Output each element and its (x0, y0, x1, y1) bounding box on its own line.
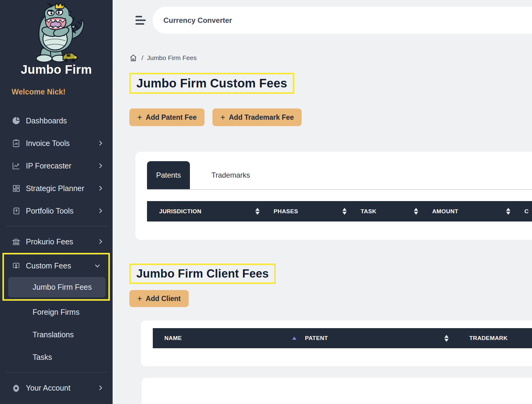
sidebar-item-ip-forecaster[interactable]: IP Forecaster (0, 154, 113, 177)
sidebar-subitem-foreign-firms[interactable]: Foreign Firms (0, 301, 113, 323)
line-chart-icon (12, 161, 21, 170)
breadcrumb: / Jumbo Firm Fees (129, 53, 532, 63)
chevron-right-icon (97, 239, 103, 245)
sidebar-item-strategic-planner[interactable]: Strategic Planner (0, 177, 113, 200)
sort-icon[interactable] (342, 208, 347, 215)
grid-blocks-icon (12, 184, 21, 193)
sidebar-item-dashboards[interactable]: Dashboards (0, 109, 113, 132)
main-content: Currency Converter / Jumbo Firm Fees Jum… (113, 0, 532, 404)
annotation-highlight-custom-fees: Custom Fees Jumbo Firm Fees (2, 253, 110, 301)
sidebar-collapse-icon[interactable] (135, 14, 149, 27)
chevron-right-icon (97, 385, 103, 391)
client-fees-card: NAME PATENT TRADEMARK (141, 321, 532, 366)
patents-table-header: JURISDICTION PHASES TASK AMOUNT C (147, 201, 532, 221)
add-patent-fee-button[interactable]: + Add Patent Fee (129, 108, 205, 126)
column-header-phases[interactable]: PHASES (266, 201, 353, 221)
chevron-down-icon (94, 263, 100, 269)
sidebar-divider (6, 226, 107, 226)
column-header-name[interactable]: NAME (153, 328, 305, 348)
person-card-icon (12, 261, 21, 270)
plus-icon: + (220, 113, 225, 122)
column-header-jurisdiction[interactable]: JURISDICTION (147, 201, 266, 221)
sidebar-item-custom-fees[interactable]: Custom Fees (4, 254, 108, 277)
bank-icon (12, 237, 21, 246)
sidebar: Jumbo Firm Welcome Nick! Dashboards Invo… (0, 0, 113, 404)
welcome-message: Welcome Nick! (0, 87, 113, 96)
sidebar-item-invoice-tools[interactable]: Invoice Tools (0, 132, 113, 154)
top-header-bar: Currency Converter (129, 7, 532, 34)
annotation-highlight-custom-fees-title: Jumbo Firm Custom Fees (129, 73, 294, 94)
sidebar-subitem-jumbo-firm-fees[interactable]: Jumbo Firm Fees (8, 277, 106, 297)
home-icon[interactable] (129, 54, 137, 62)
sidebar-subitem-tasks[interactable]: Tasks (0, 346, 113, 368)
invoice-clipboard-icon (12, 139, 21, 148)
column-header-currency-cutoff[interactable]: C (517, 201, 532, 221)
chevron-right-icon (97, 140, 103, 146)
chevron-right-icon (97, 208, 103, 214)
godzilla-mascot-logo (24, 2, 89, 64)
gear-icon (12, 383, 21, 392)
tab-patents[interactable]: Patents (147, 161, 190, 189)
chevron-right-icon (97, 163, 103, 169)
custom-fees-actions: + Add Patent Fee + Add Trademark Fee (129, 108, 532, 126)
sidebar-divider (6, 372, 107, 373)
column-header-patent[interactable]: PATENT (305, 328, 457, 348)
sidebar-item-portfolio-tools[interactable]: Portfolio Tools (0, 200, 113, 222)
column-header-trademark[interactable]: TRADEMARK (457, 328, 532, 348)
breadcrumb-separator: / (142, 54, 143, 62)
breadcrumb-current: Jumbo Firm Fees (147, 54, 197, 62)
bottom-card (142, 378, 532, 404)
sort-ascending-icon[interactable] (292, 337, 296, 340)
sort-icon[interactable] (506, 208, 510, 215)
sidebar-item-your-account[interactable]: Your Account (0, 377, 113, 399)
pie-chart-icon (12, 116, 21, 125)
column-header-amount[interactable]: AMOUNT (425, 201, 517, 221)
export-box-icon (12, 206, 21, 215)
tab-trademarks[interactable]: Trademarks (202, 161, 259, 189)
custom-fees-tabs: Patents Trademarks (147, 161, 532, 190)
column-header-task[interactable]: TASK (353, 201, 425, 221)
page-header-title: Currency Converter (163, 16, 232, 25)
clients-table-header: NAME PATENT TRADEMARK (153, 328, 532, 348)
annotation-highlight-client-fees-title: Jumbo Firm Client Fees (129, 264, 276, 284)
sort-icon[interactable] (255, 208, 260, 215)
add-trademark-fee-button[interactable]: + Add Trademark Fee (212, 108, 302, 126)
sidebar-nav: Dashboards Invoice Tools IP Forecaster (0, 109, 113, 399)
add-client-button[interactable]: + Add Client (129, 290, 189, 307)
custom-fees-title: Jumbo Firm Custom Fees (136, 76, 287, 90)
client-fees-title: Jumbo Firm Client Fees (136, 267, 269, 280)
sidebar-item-prokurio-fees[interactable]: Prokurio Fees (0, 230, 113, 253)
chevron-right-icon (97, 185, 103, 191)
plus-icon: + (137, 113, 142, 122)
header-title-pill: Currency Converter (152, 7, 532, 34)
client-fees-actions: + Add Client (129, 290, 532, 307)
plus-icon: + (137, 295, 142, 303)
brand-title: Jumbo Firm (0, 63, 113, 76)
sort-icon[interactable] (414, 208, 418, 215)
sort-icon[interactable] (444, 335, 449, 342)
custom-fees-card: Patents Trademarks JURISDICTION PHASES T… (135, 152, 532, 240)
sidebar-subitem-translations[interactable]: Translations (0, 323, 113, 346)
